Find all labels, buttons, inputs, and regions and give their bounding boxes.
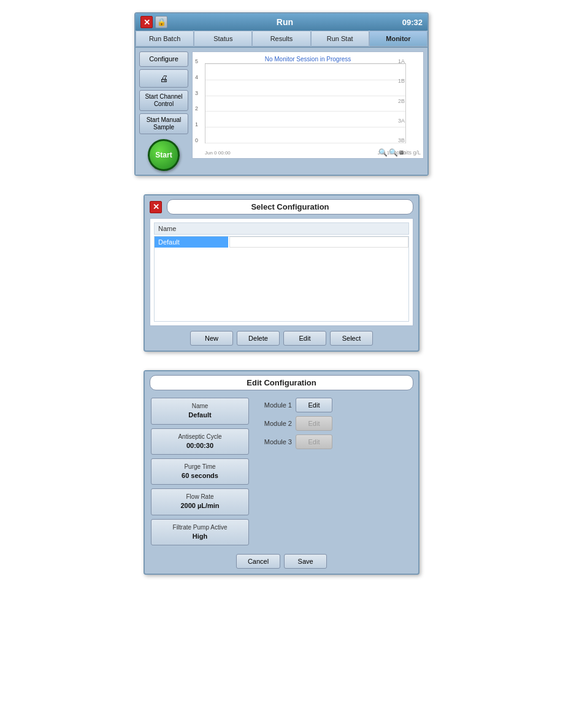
zoom-in-icon[interactable]: 🔍: [389, 148, 398, 157]
antiseptic-label: Antiseptic Cycle: [155, 433, 245, 441]
chart-grid: [205, 63, 406, 143]
config-value-cell: [229, 237, 408, 248]
panel3-titlebar: Edit Configuration: [145, 371, 418, 394]
zoom-out-icon[interactable]: 🔍: [378, 148, 388, 157]
y-label-3: 3: [195, 90, 198, 96]
module-3-label: Module 3: [255, 438, 292, 446]
module-1-edit-button[interactable]: Edit: [296, 398, 332, 412]
run-monitor-panel: ✕ 🔒 Run 09:32 Run Batch Status Results R…: [134, 12, 429, 176]
panel-title: Run: [167, 17, 402, 27]
filtrate-pump-label: Filtrate Pump Active: [155, 523, 245, 532]
panel2-titlebar: ✕ Select Configuration: [145, 195, 418, 218]
tab-monitor[interactable]: Monitor: [369, 31, 427, 47]
titlebar: ✕ 🔒 Run 09:32: [136, 13, 427, 31]
x-label-start: Jun 0 00:00: [205, 150, 231, 156]
titlebar-controls: ✕ 🔒: [140, 16, 167, 28]
y-label-5: 5: [195, 58, 198, 64]
config-fields-left: Name Default Antiseptic Cycle 00:00:30 P…: [151, 398, 249, 545]
flow-rate-label: Flow Rate: [155, 493, 245, 501]
antiseptic-value: 00:00:30: [155, 441, 245, 450]
x-axis-labels: Jun 0 00:00 Jun 10 00:00: [205, 150, 406, 156]
lock-button[interactable]: 🔒: [155, 16, 167, 28]
y-label-4: 4: [195, 74, 198, 80]
close-button-p2[interactable]: ✕: [150, 201, 162, 213]
purge-time-label: Purge Time: [155, 463, 245, 471]
tab-run-batch[interactable]: Run Batch: [136, 31, 194, 47]
y-axis-labels: 5 4 3 2 1 0: [195, 58, 198, 143]
config-list-container: Name Default: [150, 218, 413, 326]
right-axis-labels: 1A 1B 2B 3A 3B: [398, 58, 405, 143]
module-edit-section: Module 1 Edit Module 2 Edit Module 3 Edi…: [255, 398, 412, 545]
r-label-3a: 3A: [398, 118, 405, 124]
monitor-chart: No Monitor Session in Progress 5 4 3 2 1…: [192, 51, 424, 159]
r-label-3b: 3B: [398, 137, 405, 143]
chart-menu-icon[interactable]: ≡: [399, 148, 404, 157]
select-button[interactable]: Select: [330, 331, 373, 346]
cancel-button-p3[interactable]: Cancel: [236, 554, 280, 569]
close-button[interactable]: ✕: [140, 16, 153, 28]
panel2-title: Select Configuration: [167, 199, 413, 214]
start-manual-sample-button[interactable]: Start Manual Sample: [139, 113, 188, 134]
flow-rate-button[interactable]: Flow Rate 2000 µL/min: [151, 488, 249, 515]
no-session-label: No Monitor Session in Progress: [265, 56, 351, 63]
flow-rate-value: 2000 µL/min: [155, 501, 245, 510]
panel3-body: Name Default Antiseptic Cycle 00:00:30 P…: [145, 394, 418, 549]
clock-display: 09:32: [402, 18, 423, 27]
config-list: Default: [154, 236, 409, 322]
panel-body: Configure 🖨 Start Channel Control Start …: [136, 48, 427, 175]
module-3-edit-button: Edit: [296, 434, 332, 449]
edit-configuration-panel: Edit Configuration Name Default Antisept…: [144, 370, 419, 575]
y-label-2: 2: [195, 105, 198, 112]
panel3-action-buttons: Cancel Save: [145, 549, 418, 574]
purge-time-value: 60 seconds: [155, 471, 245, 480]
y-label-0: 0: [195, 137, 198, 143]
name-field-value: Default: [155, 411, 245, 420]
antiseptic-cycle-button[interactable]: Antiseptic Cycle 00:00:30: [151, 428, 249, 455]
sidebar: Configure 🖨 Start Channel Control Start …: [139, 51, 188, 171]
start-channel-control-button[interactable]: Start Channel Control: [139, 90, 188, 111]
y-label-1: 1: [195, 121, 198, 127]
tab-run-stat[interactable]: Run Stat: [311, 31, 369, 47]
start-button[interactable]: Start: [148, 139, 180, 171]
new-button[interactable]: New: [190, 331, 233, 346]
config-name-cell[interactable]: Default: [155, 237, 228, 248]
chart-toolbar: 🔍 🔍 ≡: [378, 148, 404, 157]
config-table-header: Name: [154, 222, 409, 235]
tab-results[interactable]: Results: [252, 31, 310, 47]
r-label-1b: 1B: [398, 78, 405, 84]
panel2-action-buttons: New Delete Edit Select: [145, 326, 418, 351]
save-button-p3[interactable]: Save: [284, 554, 327, 569]
print-icon: 🖨: [159, 74, 168, 83]
module-3-row: Module 3 Edit: [255, 434, 412, 449]
name-field-label: Name: [155, 402, 245, 411]
name-field-button[interactable]: Name Default: [151, 398, 249, 424]
configure-button[interactable]: Configure: [139, 51, 188, 67]
print-button[interactable]: 🖨: [139, 69, 188, 88]
panel3-title: Edit Configuration: [150, 375, 413, 390]
module-2-label: Module 2: [255, 420, 292, 427]
select-configuration-panel: ✕ Select Configuration Name Default New …: [144, 194, 419, 352]
module-1-label: Module 1: [255, 401, 292, 409]
tab-status[interactable]: Status: [194, 31, 252, 47]
tab-bar: Run Batch Status Results Run Stat Monito…: [136, 31, 427, 48]
module-2-row: Module 2 Edit: [255, 416, 412, 431]
r-label-2b: 2B: [398, 98, 405, 104]
filtrate-pump-button[interactable]: Filtrate Pump Active High: [151, 519, 249, 545]
table-row[interactable]: Default: [155, 237, 408, 248]
purge-time-button[interactable]: Purge Time 60 seconds: [151, 458, 249, 485]
edit-button[interactable]: Edit: [283, 331, 326, 346]
module-2-edit-button: Edit: [296, 416, 332, 431]
module-1-row: Module 1 Edit: [255, 398, 412, 412]
r-label-1a: 1A: [398, 58, 405, 64]
filtrate-pump-value: High: [155, 532, 245, 541]
delete-button[interactable]: Delete: [237, 331, 280, 346]
